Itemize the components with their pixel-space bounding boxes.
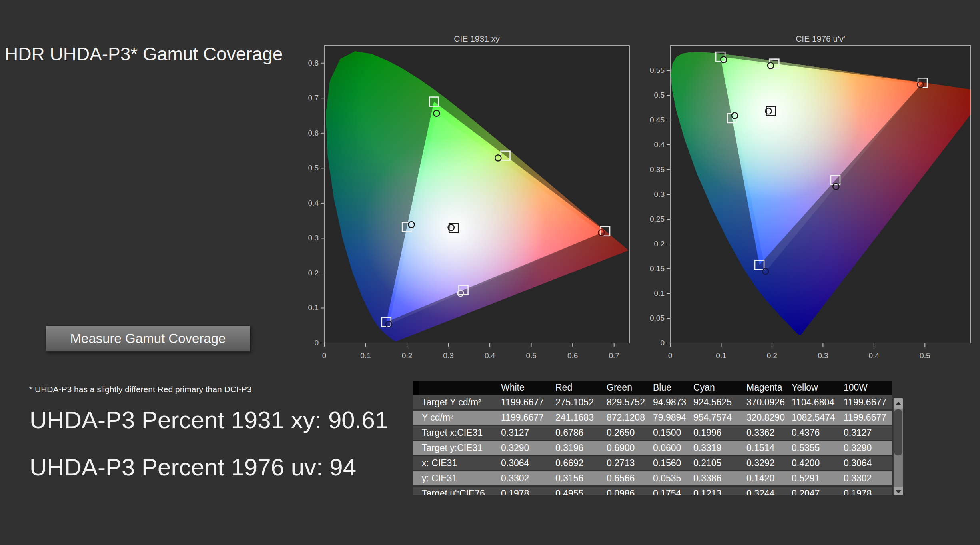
scrollbar-track[interactable] — [894, 409, 903, 487]
table-cell: 0.0600 — [650, 441, 691, 456]
y-tick-label: 0.25 — [650, 215, 665, 223]
x-tick-label: 0.5 — [920, 351, 930, 358]
table-cell: 1082.5474 — [789, 410, 841, 425]
column-header-100W: 100W — [841, 381, 892, 395]
table-cell: 0.6566 — [604, 471, 650, 486]
table-cell: 0.3196 — [553, 441, 604, 456]
row-gutter — [413, 441, 419, 456]
x-tick-label: 0 — [322, 351, 327, 358]
table-cell: 0.2713 — [604, 456, 650, 471]
row-gutter — [413, 456, 419, 471]
table-cell: 0.3244 — [744, 486, 789, 495]
y-tick-label: 0.4 — [654, 140, 665, 149]
table-cell: 0.2105 — [691, 456, 744, 471]
table-cell: 1104.6804 — [789, 395, 841, 410]
x-tick-label: 0.1 — [716, 351, 726, 358]
percent-1931-result: UHDA-P3 Percent 1931 xy: 90.61 — [30, 406, 388, 434]
row-label: y: CIE31 — [419, 471, 498, 486]
table-row[interactable]: y: CIE310.33020.31560.65660.05350.33860.… — [413, 471, 892, 486]
y-tick-label: 0.05 — [650, 314, 665, 322]
table-row[interactable]: Target Y cd/m²1199.6677275.1052829.57529… — [413, 395, 892, 410]
table-cell: 0.4376 — [789, 425, 841, 441]
table-cell: 0.1213 — [691, 486, 744, 495]
y-tick-label: 0.1 — [654, 289, 665, 297]
table-cell: 0.3064 — [498, 456, 553, 471]
cie-1931-panel: 00.10.20.30.40.50.60.70.800.10.20.30.40.… — [296, 35, 641, 360]
table-cell: 0.3302 — [498, 471, 553, 486]
percent-1976-result: UHDA-P3 Percent 1976 uv: 94 — [30, 453, 356, 481]
table-row[interactable]: Target x:CIE310.31270.67860.26500.15000.… — [413, 425, 892, 441]
table-cell: 94.9873 — [650, 395, 691, 410]
measurement-table-panel: WhiteRedGreenBlueCyanMagentaYellow100W T… — [413, 381, 904, 495]
row-label: Y cd/m² — [419, 410, 498, 425]
y-tick-label: 0.5 — [308, 164, 319, 172]
table-cell: 0.5355 — [789, 441, 841, 456]
y-tick-label: 0.35 — [650, 165, 665, 174]
y-tick-label: 0.15 — [650, 264, 665, 273]
x-tick-label: 0.4 — [869, 351, 880, 358]
scrollbar-thumb[interactable] — [894, 409, 902, 455]
y-tick-label: 0.45 — [650, 116, 665, 124]
table-row[interactable]: Y cd/m²1199.6677241.1683872.120879.98949… — [413, 410, 892, 425]
y-tick-label: 0.8 — [308, 59, 319, 67]
x-tick-label: 0.3 — [818, 351, 828, 358]
y-tick-label: 0.1 — [308, 303, 319, 312]
table-cell: 241.1683 — [553, 410, 604, 425]
cie-1931-xy-chart: 00.10.20.30.40.50.60.70.800.10.20.30.40.… — [296, 35, 641, 358]
column-header-Magenta: Magenta — [744, 381, 789, 395]
table-row[interactable]: Target u':CIE760.19780.49550.09860.17540… — [413, 486, 892, 495]
scroll-up-button[interactable] — [894, 398, 903, 409]
table-row[interactable]: Target y:CIE310.32900.31960.69000.06000.… — [413, 441, 892, 456]
percent-1976-label: UHDA-P3 Percent 1976 uv: — [30, 454, 323, 481]
table-cell: 0.1500 — [650, 425, 691, 441]
cie-1976-panel: 00.050.10.150.20.250.30.350.40.450.50.55… — [642, 35, 980, 360]
table-scrollbar[interactable] — [894, 398, 903, 495]
x-tick-label: 0.6 — [567, 351, 578, 358]
table-gutter-header — [413, 381, 419, 395]
scroll-down-button[interactable] — [894, 487, 903, 495]
y-tick-label: 0.2 — [308, 269, 319, 277]
row-label: Target x:CIE31 — [419, 425, 498, 441]
table-row[interactable]: x: CIE310.30640.66920.27130.15600.21050.… — [413, 456, 892, 471]
table-cell: 275.1052 — [553, 395, 604, 410]
table-cell: 0.3302 — [841, 471, 892, 486]
row-gutter — [413, 471, 419, 486]
column-header-Cyan: Cyan — [691, 381, 744, 395]
row-gutter — [413, 425, 419, 441]
table-cell: 0.1514 — [744, 441, 789, 456]
table-cell: 0.3319 — [691, 441, 744, 456]
column-header-Yellow: Yellow — [789, 381, 841, 395]
x-tick-label: 0.3 — [443, 351, 453, 358]
table-cell: 370.0926 — [744, 395, 789, 410]
table-cell: 0.5291 — [789, 471, 841, 486]
table-cell: 0.0986 — [604, 486, 650, 495]
y-tick-label: 0.4 — [308, 199, 319, 207]
table-cell: 1199.6677 — [841, 410, 892, 425]
table-cell: 1199.6677 — [498, 395, 553, 410]
table-cell: 0.4955 — [553, 486, 604, 495]
row-label: x: CIE31 — [419, 456, 498, 471]
red-primary-footnote: * UHDA-P3 has a slightly different Red p… — [29, 385, 251, 394]
x-tick-label: 0.4 — [485, 351, 495, 358]
row-label: Target Y cd/m² — [419, 395, 498, 410]
percent-1976-value: 94 — [329, 454, 356, 481]
table-cell: 0.2650 — [604, 425, 650, 441]
table-cell: 0.1978 — [498, 486, 553, 495]
row-gutter — [413, 410, 419, 425]
y-tick-label: 0.5 — [654, 91, 665, 99]
x-tick-label: 0 — [668, 351, 673, 358]
y-tick-label: 0.55 — [650, 66, 665, 74]
scroll-down-icon — [896, 490, 901, 493]
table-cell: 0.3362 — [744, 425, 789, 441]
table-cell: 0.3127 — [841, 425, 892, 441]
column-header-White: White — [498, 381, 553, 395]
table-cell: 1199.6677 — [841, 395, 892, 410]
measure-gamut-coverage-button[interactable]: Measure Gamut Coverage — [46, 325, 250, 352]
table-cell: 0.3290 — [841, 441, 892, 456]
row-label: Target u':CIE76 — [419, 486, 498, 495]
table-cell: 0.1978 — [841, 486, 892, 495]
table-cell: 0.3290 — [498, 441, 553, 456]
table-cell: 829.5752 — [604, 395, 650, 410]
row-gutter — [413, 486, 419, 495]
column-header-Red: Red — [553, 381, 604, 395]
